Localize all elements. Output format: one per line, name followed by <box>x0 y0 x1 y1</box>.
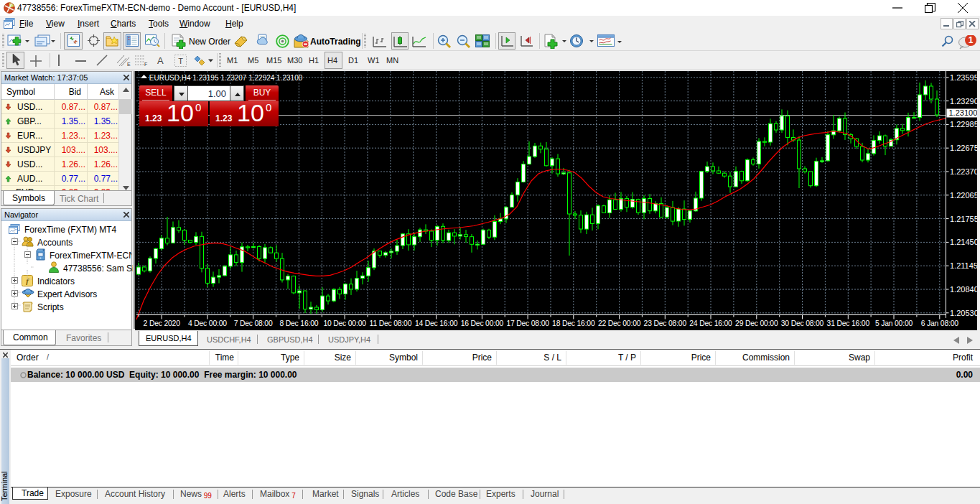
svg-text:F: F <box>144 62 147 67</box>
svg-text:11 Dec 08:00: 11 Dec 08:00 <box>370 319 412 327</box>
svg-text:8 Dec 16:00: 8 Dec 16:00 <box>279 319 318 327</box>
svg-text:5 Jan 00:00: 5 Jan 00:00 <box>875 319 913 327</box>
svg-text:1.21145: 1.21145 <box>950 261 978 270</box>
svg-text:E: E <box>127 62 131 67</box>
svg-text:14 Dec 16:00: 14 Dec 16:00 <box>415 319 458 327</box>
svg-text:1.22985: 1.22985 <box>950 120 979 129</box>
svg-text:1.21755: 1.21755 <box>950 215 979 223</box>
svg-text:1.23100: 1.23100 <box>949 108 978 117</box>
svg-text:22 Dec 00:00: 22 Dec 00:00 <box>598 319 641 327</box>
svg-text:1: 1 <box>969 35 974 45</box>
svg-text:17 Dec 08:00: 17 Dec 08:00 <box>506 319 549 327</box>
svg-text:1.23290: 1.23290 <box>950 97 979 106</box>
svg-text:29 Dec 00:00: 29 Dec 00:00 <box>735 319 778 327</box>
svg-text:1.21450: 1.21450 <box>950 238 979 246</box>
svg-text:7 Dec 08:00: 7 Dec 08:00 <box>234 319 273 327</box>
svg-text:18 Dec 16:00: 18 Dec 16:00 <box>552 319 595 327</box>
svg-text:2 Dec 2020: 2 Dec 2020 <box>144 319 181 327</box>
svg-text:1.22675: 1.22675 <box>950 144 979 152</box>
svg-text:1.20840: 1.20840 <box>950 285 979 294</box>
svg-text:24 Dec 16:00: 24 Dec 16:00 <box>689 319 732 327</box>
svg-text:10 Dec 00:00: 10 Dec 00:00 <box>323 319 366 327</box>
svg-text:31 Dec 16:00: 31 Dec 16:00 <box>827 319 870 327</box>
svg-text:1.20530: 1.20530 <box>950 309 979 317</box>
svg-text:6 Jan 08:00: 6 Jan 08:00 <box>921 319 959 327</box>
svg-text:23 Dec 08:00: 23 Dec 08:00 <box>644 319 687 327</box>
svg-text:1.22065: 1.22065 <box>950 191 979 200</box>
svg-text:1.22370: 1.22370 <box>950 167 979 176</box>
svg-text:16 Dec 00:00: 16 Dec 00:00 <box>461 319 504 327</box>
svg-text:4 Dec 00:00: 4 Dec 00:00 <box>188 319 227 327</box>
svg-text:30 Dec 08:00: 30 Dec 08:00 <box>781 319 824 327</box>
svg-text:1.23595: 1.23595 <box>950 73 979 82</box>
svg-text:T: T <box>178 57 183 65</box>
